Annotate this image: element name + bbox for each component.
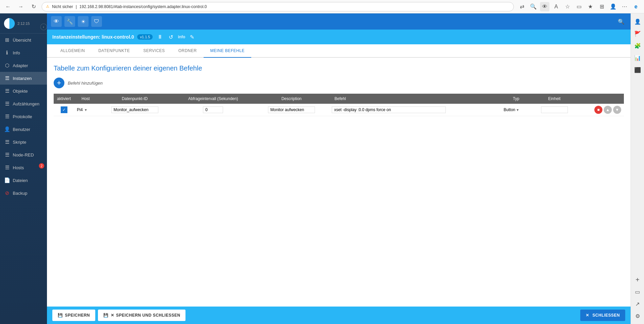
abfrageintervall-input[interactable] — [203, 106, 223, 113]
sidebar-item-benutzer[interactable]: 👤 Benutzer — [0, 123, 47, 136]
sidebar-label-nodered: Node-RED — [13, 152, 34, 157]
delete-row-button[interactable]: ■ — [594, 106, 602, 114]
content-area: Tabelle zum Konfigurieren deiner eigenen… — [47, 58, 631, 307]
sidebar-label-dateien: Dateien — [13, 178, 28, 183]
right-sidebar-toggle[interactable]: ▭ — [632, 286, 643, 297]
instance-info-link[interactable]: info — [178, 35, 185, 39]
sidebar-item-backup[interactable]: ⊘ Backup — [0, 187, 47, 199]
right-btn-outlook[interactable]: ⬛ — [632, 64, 643, 75]
instance-refresh-button[interactable]: ↺ — [167, 33, 174, 41]
sidebar-collapse-button[interactable]: ‹ — [40, 24, 47, 30]
sidebar-item-instanzen[interactable]: ☰ Instanzen — [0, 72, 47, 85]
sidebar-item-aufzahlungen[interactable]: ☰ Aufzählungen — [0, 97, 47, 110]
right-btn-person[interactable]: 👤 — [632, 16, 643, 27]
sidebar-item-ubersicht[interactable]: ⊞ Übersicht — [0, 34, 47, 46]
instance-version: v1.1.5 — [137, 34, 153, 40]
sidebar-label-skripte: Skripte — [13, 140, 26, 145]
favorites-icon[interactable]: ★ — [586, 2, 595, 11]
tab-allgemein[interactable]: ALLGEMEIN — [54, 44, 92, 58]
tab-services[interactable]: SERVICES — [137, 44, 171, 58]
add-command-button[interactable]: + — [54, 78, 64, 88]
reload-button[interactable]: ↻ — [29, 2, 38, 11]
sidebar-item-skripte[interactable]: ☰ Skripte — [0, 136, 47, 148]
description-input[interactable] — [268, 106, 315, 113]
edge-icon[interactable]: e — [631, 2, 641, 11]
browser-right-icons: ⇄ 🔍 👁 A ☆ ▭ ★ ⊞ 👤 ⋯ e — [517, 2, 641, 11]
tab-meinebefehle[interactable]: MEINE BEFEHLE — [204, 44, 252, 58]
translate-icon[interactable]: ⇄ — [517, 2, 527, 11]
sidebar-label-benutzer: Benutzer — [13, 127, 30, 132]
typ-dropdown-arrow[interactable]: ▼ — [516, 108, 519, 112]
instance-header: Instanzeinstellungen: linux-control.0 v1… — [47, 30, 631, 44]
row-datenpunkt-cell — [97, 104, 172, 116]
right-plus-button[interactable]: + — [632, 274, 643, 285]
bookmark-add-icon[interactable]: ☆ — [563, 2, 572, 11]
toolbar-wrench-button[interactable]: 🔧 — [64, 16, 75, 27]
col-host: Host — [74, 94, 97, 104]
move-down-button[interactable]: ▼ — [613, 106, 621, 114]
reader-icon[interactable]: 👁 — [540, 2, 549, 11]
row-befehl-cell — [329, 104, 501, 116]
commands-table: aktiviert Host Datenpunkt-ID Abfrageinte… — [54, 94, 624, 116]
sidebar-item-dateien[interactable]: 📄 Dateien — [0, 174, 47, 187]
zoom-icon[interactable]: 🔍 — [529, 2, 538, 11]
tab-ordner[interactable]: ORDNER — [172, 44, 204, 58]
toolbar-search-button[interactable]: 🔍 — [616, 16, 627, 27]
sidebar-label-objekte: Objekte — [13, 89, 28, 94]
right-btn-chart[interactable]: 📊 — [632, 52, 643, 63]
address-bar[interactable]: ⚠ Nicht sicher | 192.168.2.98:8081/#tab-… — [42, 2, 514, 11]
sidebar-label-adapter: Adapter — [13, 63, 28, 68]
more-icon[interactable]: ⋯ — [620, 2, 629, 11]
right-share-icon[interactable]: ↗ — [632, 298, 643, 309]
move-up-button[interactable]: ▲ — [604, 106, 612, 114]
sidebar-label-aufzahlungen: Aufzählungen — [13, 101, 40, 106]
instance-edit-button[interactable]: ✎ — [189, 33, 196, 41]
save-button[interactable]: 💾 SPEICHERN — [52, 310, 95, 321]
typ-value: Button — [504, 107, 516, 112]
row-einheit-cell — [531, 104, 578, 116]
text-size-icon[interactable]: A — [551, 2, 561, 11]
col-description: Description — [254, 94, 329, 104]
save-close-x: ✕ — [111, 313, 114, 318]
right-settings-icon[interactable]: ⚙ — [632, 311, 643, 321]
toolbar-eye-button[interactable]: 👁 — [51, 16, 62, 27]
collections-icon[interactable]: ⊞ — [597, 2, 606, 11]
logo-time: 2:12:15 — [17, 21, 30, 26]
sidebar-item-nodered[interactable]: ☰ Node-RED — [0, 148, 47, 161]
host-dropdown-arrow[interactable]: ▼ — [84, 108, 88, 112]
toolbar-sun-button[interactable]: ☀ — [78, 16, 89, 27]
dateien-icon: 📄 — [4, 177, 10, 183]
sidebar-item-hosts[interactable]: ☰ Hosts 2 — [0, 161, 47, 174]
close-x-icon: ✕ — [586, 313, 589, 318]
skripte-icon: ☰ — [4, 139, 10, 145]
lock-text: Nicht sicher — [52, 4, 73, 9]
save-label: SPEICHERN — [65, 313, 90, 318]
sidebar-item-objekte[interactable]: ☰ Objekte — [0, 85, 47, 97]
aufzahlungen-icon: ☰ — [4, 101, 10, 107]
back-button[interactable]: ← — [3, 2, 13, 11]
instanzen-icon: ☰ — [4, 75, 10, 81]
main-area: 👁 🔧 ☀ 🛡 🔍 Instanzeinstellungen: linux-co… — [47, 13, 631, 324]
objekte-icon: ☰ — [4, 88, 10, 94]
close-button[interactable]: ✕ SCHLIESSEN — [580, 310, 625, 321]
befehl-input[interactable] — [332, 106, 446, 113]
sidebar: 2:12:15 ⊞ Übersicht ℹ Info ⬡ Adapter ☰ I… — [0, 13, 47, 324]
forward-button[interactable]: → — [16, 2, 25, 11]
aktiviert-checkbox[interactable]: ✓ — [61, 106, 67, 113]
datenpunkt-id-input[interactable] — [111, 106, 158, 113]
save-close-button[interactable]: 💾 ✕ SPEICHERN UND SCHLIESSEN — [98, 310, 185, 321]
sidebar-toggle-icon[interactable]: ▭ — [574, 2, 584, 11]
toolbar-shield-button[interactable]: 🛡 — [91, 16, 102, 27]
sidebar-item-protokolle[interactable]: ☰ Protokolle — [0, 110, 47, 123]
sidebar-label-info: Info — [13, 50, 20, 55]
tab-datenpunkte[interactable]: DATENPUNKTE — [92, 44, 137, 58]
right-btn-puzzle[interactable]: 🧩 — [632, 40, 643, 51]
sidebar-item-info[interactable]: ℹ Info — [0, 46, 47, 59]
right-btn-flag[interactable]: 🚩 — [632, 28, 643, 39]
einheit-input[interactable] — [541, 106, 568, 113]
profile-icon[interactable]: 👤 — [608, 2, 618, 11]
instance-pause-button[interactable]: ⏸ — [156, 33, 164, 41]
sidebar-item-adapter[interactable]: ⬡ Adapter — [0, 59, 47, 72]
hosts-badge: 2 — [39, 163, 44, 169]
col-typ: Typ — [501, 94, 531, 104]
